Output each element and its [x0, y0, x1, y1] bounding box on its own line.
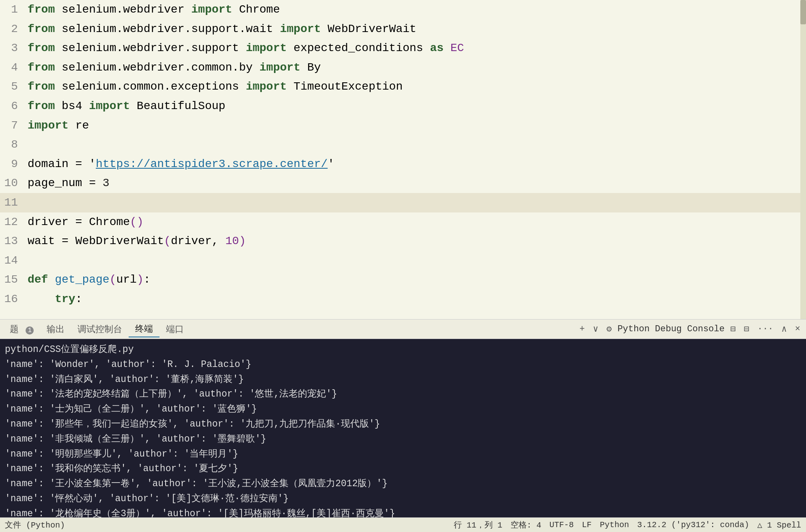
line-number: 16 — [0, 290, 24, 309]
tabs-right: + ∨ ⚙ Python Debug Console ⊟ ⊟ ··· ∧ × — [577, 323, 803, 335]
line-content: from selenium.webdriver.support import e… — [24, 39, 806, 58]
line-content: def get_page(url): — [24, 270, 806, 290]
code-line-6[interactable]: 6from bs4 import BeautifulSoup — [0, 97, 806, 116]
collapse-panel-button[interactable]: ∧ — [779, 323, 789, 335]
line-content: from bs4 import BeautifulSoup — [24, 97, 806, 116]
split-terminal-button[interactable]: ⊟ — [728, 323, 738, 335]
line-content — [24, 135, 806, 154]
tab-terminal[interactable]: 终端 — [129, 321, 159, 337]
spaces-status: 空格: 4 — [511, 519, 541, 530]
line-number: 5 — [0, 77, 24, 97]
code-line-16[interactable]: 16 try: — [0, 290, 806, 309]
line-content: import re — [24, 116, 806, 135]
code-line-11[interactable]: 11 — [0, 193, 806, 212]
scrollbar-thumb[interactable] — [800, 0, 806, 24]
tab-debug-console[interactable]: 调试控制台 — [71, 322, 129, 337]
file-type-status: 文件 (Python) — [5, 519, 65, 530]
code-line-15[interactable]: 15def get_page(url): — [0, 270, 806, 290]
terminal-line: 'name': '清白家风', 'author': '董桥,海豚简装'} — [5, 372, 801, 387]
line-number: 12 — [0, 212, 24, 232]
line-content: from selenium.webdriver.common.by import… — [24, 58, 806, 77]
code-line-12[interactable]: 12driver = Chrome() — [0, 212, 806, 232]
tab-output[interactable]: 输出 — [40, 322, 71, 337]
terminal-line: 'name': '龙枪编年史（全3册）', 'author': '[美]玛格丽特… — [5, 506, 801, 517]
line-content — [24, 251, 806, 270]
python-version-status: 3.12.2 ('py312': conda) — [637, 520, 749, 530]
code-line-9[interactable]: 9domain = 'https://antispider3.scrape.ce… — [0, 154, 806, 174]
add-terminal-button[interactable]: + — [577, 323, 587, 335]
code-line-8[interactable]: 8 — [0, 135, 806, 154]
terminal-output[interactable]: python/CSS位置偏移反爬.py'name': 'Wonder', 'au… — [0, 339, 806, 517]
code-line-2[interactable]: 2from selenium.webdriver.support.wait im… — [0, 19, 806, 39]
terminal-line: 'name': '王小波全集第一卷', 'author': '王小波,王小波全集… — [5, 476, 801, 491]
line-content: from selenium.common.exceptions import T… — [24, 77, 806, 97]
line-number: 11 — [0, 193, 24, 212]
tab-label: 调试控制台 — [78, 325, 122, 335]
terminal-dropdown-button[interactable]: ∨ — [590, 323, 601, 335]
code-line-13[interactable]: 13wait = WebDriverWait(driver, 10) — [0, 232, 806, 251]
terminal-line: 'name': '士为知己（全二册）', 'author': '蓝色狮'} — [5, 402, 801, 417]
terminal-line: 'name': 'Wonder', 'author': 'R. J. Palac… — [5, 357, 801, 372]
line-number: 8 — [0, 135, 24, 154]
line-content: driver = Chrome() — [24, 212, 806, 232]
tab-label: 输出 — [47, 325, 65, 335]
vertical-scrollbar[interactable] — [800, 0, 806, 319]
encoding-status: UTF-8 — [550, 520, 574, 530]
kill-terminal-button[interactable]: ⊟ — [741, 323, 752, 335]
bottom-panel: 题 1 输出 调试控制台 终端 端口 + ∨ ⚙ Python Debug Co… — [0, 319, 806, 517]
code-line-10[interactable]: 10page_num = 3 — [0, 174, 806, 193]
line-number: 14 — [0, 251, 24, 270]
code-line-14[interactable]: 14 — [0, 251, 806, 270]
tabs-bar: 题 1 输出 调试控制台 终端 端口 + ∨ ⚙ Python Debug Co… — [0, 320, 806, 339]
code-line-1[interactable]: 1from selenium.webdriver import Chrome — [0, 0, 806, 19]
tab-label: 端口 — [166, 325, 184, 335]
line-number: 4 — [0, 58, 24, 77]
terminal-line: 'name': '怦然心动', 'author': '[美]文德琳·范·德拉安南… — [5, 491, 801, 506]
terminal-line: 'name': '明朝那些事儿', 'author': '当年明月'} — [5, 447, 801, 462]
tab-problems[interactable]: 题 1 — [3, 322, 40, 337]
tab-label: 题 — [10, 325, 19, 335]
code-line-5[interactable]: 5from selenium.common.exceptions import … — [0, 77, 806, 97]
line-content: from selenium.webdriver.support.wait imp… — [24, 19, 806, 39]
terminal-line: 'name': '那些年，我们一起追的女孩', 'author': '九把刀,九… — [5, 417, 801, 432]
line-number: 7 — [0, 116, 24, 135]
line-number: 13 — [0, 232, 24, 251]
tab-badge: 1 — [26, 326, 34, 335]
status-right: 行 11，列 1 空格: 4 UTF-8 LF Python 3.12.2 ('… — [454, 519, 801, 530]
debug-console-label: Python Debug Console — [617, 324, 724, 334]
spell-status: △ 1 Spell — [757, 520, 801, 530]
code-line-4[interactable]: 4from selenium.webdriver.common.by impor… — [0, 58, 806, 77]
close-panel-button[interactable]: × — [793, 323, 803, 335]
line-number: 15 — [0, 270, 24, 290]
terminal-line: python/CSS位置偏移反爬.py — [5, 342, 801, 357]
line-content: page_num = 3 — [24, 174, 806, 193]
terminal-line: 'name': '我和你的笑忘书', 'author': '夏七夕'} — [5, 461, 801, 476]
line-content: wait = WebDriverWait(driver, 10) — [24, 232, 806, 251]
tab-label: 终端 — [135, 324, 153, 335]
line-content: try: — [24, 290, 806, 309]
debug-console-icon: ⚙ — [604, 323, 614, 335]
line-content: from selenium.webdriver import Chrome — [24, 0, 806, 19]
code-lines: 1from selenium.webdriver import Chrome2f… — [0, 0, 806, 309]
line-content — [24, 193, 806, 212]
code-editor[interactable]: 1from selenium.webdriver import Chrome2f… — [0, 0, 806, 319]
line-number: 6 — [0, 97, 24, 116]
line-number: 10 — [0, 174, 24, 193]
line-number: 3 — [0, 39, 24, 58]
tab-ports[interactable]: 端口 — [159, 322, 190, 337]
language-status: Python — [600, 520, 629, 530]
terminal-line: 'name': '法老的宠妃终结篇（上下册）', 'author': '悠世,法… — [5, 387, 801, 402]
terminal-line: 'name': '非我倾城（全三册）', 'author': '墨舞碧歌'} — [5, 432, 801, 447]
line-content: domain = 'https://antispider3.scrape.cen… — [24, 154, 806, 174]
line-ending-status: LF — [582, 520, 592, 530]
line-col-status: 行 11，列 1 — [454, 519, 502, 530]
code-line-3[interactable]: 3from selenium.webdriver.support import … — [0, 39, 806, 58]
status-bar: 文件 (Python) 行 11，列 1 空格: 4 UTF-8 LF Pyth… — [0, 517, 806, 532]
line-number: 9 — [0, 154, 24, 174]
code-line-7[interactable]: 7import re — [0, 116, 806, 135]
line-number: 2 — [0, 19, 24, 39]
more-actions-button[interactable]: ··· — [755, 323, 776, 335]
status-left: 文件 (Python) — [5, 519, 65, 530]
line-number: 1 — [0, 0, 24, 19]
